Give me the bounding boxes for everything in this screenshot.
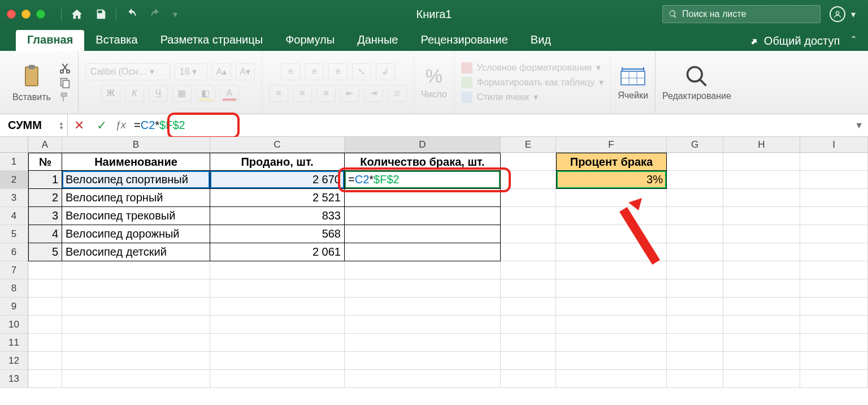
cell-G3[interactable] (667, 189, 723, 207)
cell-A6[interactable]: 5 (28, 243, 62, 261)
cell-C2[interactable]: 2 670 (210, 171, 345, 189)
cell-E4[interactable] (501, 207, 556, 225)
format-painter-icon[interactable] (59, 91, 71, 104)
tab-view[interactable]: Вид (519, 30, 562, 51)
cell-A4[interactable]: 3 (28, 207, 62, 225)
cell-B4[interactable]: Велосипед трековый (62, 207, 210, 225)
cell-I10[interactable] (800, 316, 868, 334)
cell-E12[interactable] (501, 352, 556, 370)
cell-G11[interactable] (667, 334, 723, 352)
row-11[interactable]: 11 (0, 334, 28, 352)
cell-H13[interactable] (723, 370, 800, 388)
align-right-icon[interactable]: ≡ (316, 85, 336, 102)
tab-page-layout[interactable]: Разметка страницы (149, 30, 274, 51)
format-as-table-button[interactable]: Форматировать как таблицу▾ (461, 77, 604, 88)
row-12[interactable]: 12 (0, 352, 28, 370)
cell-B13[interactable] (62, 370, 210, 388)
cell-F2[interactable]: 3% (556, 171, 667, 189)
cell-D13[interactable] (345, 370, 501, 388)
close-window[interactable] (7, 10, 16, 19)
cell-E6[interactable] (501, 243, 556, 261)
cut-icon[interactable] (59, 62, 71, 74)
cell-I13[interactable] (800, 370, 868, 388)
row-10[interactable]: 10 (0, 316, 28, 334)
cell-H4[interactable] (723, 207, 800, 225)
cell-I11[interactable] (800, 334, 868, 352)
cell-H8[interactable] (723, 279, 800, 298)
cell-styles-button[interactable]: Стили ячеек▾ (461, 92, 538, 103)
col-E[interactable]: E (501, 137, 556, 152)
cell-H3[interactable] (723, 189, 800, 207)
zoom-window[interactable] (36, 10, 45, 19)
cell-E2[interactable] (501, 171, 556, 189)
cell-B12[interactable] (62, 352, 210, 370)
cell-E3[interactable] (501, 189, 556, 207)
cell-D8[interactable] (345, 279, 501, 298)
titlebar-chevron-icon[interactable]: ▾ (851, 9, 856, 20)
col-H[interactable]: H (723, 137, 800, 152)
cell-A5[interactable]: 4 (28, 225, 62, 243)
cell-B3[interactable]: Велосипед горный (62, 189, 210, 207)
expand-formula-bar-icon[interactable]: ▼ (854, 120, 863, 131)
cell-H2[interactable] (723, 171, 800, 189)
fx-icon[interactable]: ƒx (113, 119, 132, 131)
cell-I7[interactable] (800, 261, 868, 279)
align-left-icon[interactable]: ≡ (269, 85, 288, 102)
cell-I3[interactable] (800, 189, 868, 207)
cell-I6[interactable] (800, 243, 868, 261)
cell-B2[interactable]: Велосипед спортивный (62, 171, 210, 189)
cell-F8[interactable] (556, 279, 667, 298)
row-8[interactable]: 8 (0, 279, 28, 298)
formula-input[interactable]: =C2*$F$2 (132, 119, 854, 132)
select-all-corner[interactable] (0, 137, 28, 153)
cell-A2[interactable]: 1 (28, 171, 62, 189)
align-bottom-icon[interactable]: ≡ (328, 63, 348, 80)
orientation-icon[interactable]: ⤡ (352, 63, 371, 80)
user-icon[interactable] (830, 6, 845, 22)
find-icon[interactable] (684, 64, 709, 89)
align-middle-icon[interactable]: ≡ (305, 63, 324, 80)
cell-D12[interactable] (345, 352, 501, 370)
cell-C7[interactable] (210, 261, 345, 279)
wrap-text-icon[interactable]: ↲ (376, 63, 395, 80)
share-button[interactable]: Общий доступ ˆ (736, 31, 868, 51)
cell-C8[interactable] (210, 279, 345, 298)
cell-F1[interactable]: Процент брака (556, 153, 667, 171)
cell-I9[interactable] (800, 298, 868, 316)
row-1[interactable]: 1 (0, 153, 28, 171)
col-C[interactable]: C (210, 137, 345, 152)
cell-F4[interactable] (556, 207, 667, 225)
cell-A11[interactable] (28, 334, 62, 352)
spreadsheet[interactable]: A B C D E F G H I 1 № Наименование Прода… (0, 137, 868, 388)
sheet-search[interactable]: Поиск на листе (662, 5, 821, 23)
cell-B8[interactable] (62, 279, 210, 298)
minimize-window[interactable] (21, 10, 31, 19)
conditional-formatting-button[interactable]: Условное форматирование▾ (461, 62, 601, 74)
cell-B10[interactable] (62, 316, 210, 334)
bold-button[interactable]: Ж (101, 85, 120, 102)
tab-review[interactable]: Рецензирование (409, 30, 519, 51)
cell-D2[interactable]: =C2*$F$2 (345, 171, 501, 189)
cell-H10[interactable] (723, 316, 800, 334)
cell-F9[interactable] (556, 298, 667, 316)
percent-icon[interactable]: % (426, 65, 442, 87)
cell-G8[interactable] (667, 279, 723, 298)
cell-C10[interactable] (210, 316, 345, 334)
cell-H11[interactable] (723, 334, 800, 352)
tab-home[interactable]: Главная (16, 30, 84, 51)
cell-C1[interactable]: Продано, шт. (210, 153, 345, 171)
cell-A12[interactable] (28, 352, 62, 370)
row-9[interactable]: 9 (0, 298, 28, 316)
cell-D6[interactable] (345, 243, 501, 261)
cell-G1[interactable] (667, 153, 723, 171)
cell-E10[interactable] (501, 316, 556, 334)
cell-F6[interactable] (556, 243, 667, 261)
cell-I2[interactable] (800, 171, 868, 189)
cell-A9[interactable] (28, 298, 62, 316)
cell-G9[interactable] (667, 298, 723, 316)
tab-insert[interactable]: Вставка (84, 30, 149, 51)
cell-E11[interactable] (501, 334, 556, 352)
cell-B5[interactable]: Велосипед дорожный (62, 225, 210, 243)
cell-H12[interactable] (723, 352, 800, 370)
cell-H1[interactable] (723, 153, 800, 171)
